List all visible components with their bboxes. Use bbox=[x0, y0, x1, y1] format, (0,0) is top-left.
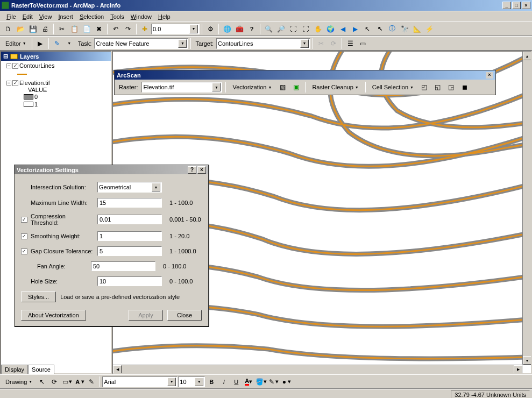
menu-file[interactable]: FFileile bbox=[3, 12, 19, 21]
gap-checkbox[interactable]: ✓ bbox=[21, 248, 27, 254]
maxwidth-input[interactable] bbox=[97, 198, 162, 208]
cell-selection-menu[interactable]: Cell Selection bbox=[369, 83, 417, 91]
menu-window[interactable]: Window bbox=[127, 12, 155, 21]
font-combo[interactable]: Arial ▼ bbox=[102, 376, 178, 387]
menu-insert[interactable]: Insert bbox=[55, 12, 76, 21]
close-icon[interactable]: × bbox=[197, 166, 206, 174]
edit-tool-icon[interactable]: ▶ bbox=[34, 38, 46, 49]
vertical-scrollbar[interactable]: ▲ ▼ bbox=[522, 52, 531, 365]
minimize-button[interactable]: _ bbox=[502, 2, 511, 9]
paste-icon[interactable]: 📄 bbox=[81, 23, 93, 35]
menu-view[interactable]: View bbox=[36, 12, 55, 21]
select-cells-icon[interactable]: ◰ bbox=[418, 81, 430, 93]
redo-icon[interactable]: ↷ bbox=[122, 23, 134, 35]
hyperlink-icon[interactable]: ⚡ bbox=[423, 23, 435, 35]
chevron-down-icon[interactable]: ▼ bbox=[195, 378, 203, 386]
rotate-tool-icon[interactable]: ⟳ bbox=[328, 38, 339, 49]
collapse-icon[interactable]: ⊟ bbox=[3, 53, 8, 60]
layer-elevation[interactable]: Elevation.tif bbox=[19, 80, 50, 86]
editor-tool-icon[interactable]: ⚙ bbox=[204, 23, 216, 35]
sketch-props-icon[interactable]: ▭ bbox=[357, 38, 368, 49]
font-color-icon[interactable]: A▾ bbox=[243, 376, 254, 388]
expand-icon[interactable]: − bbox=[6, 81, 11, 86]
layer-checkbox[interactable]: ✓ bbox=[12, 63, 18, 69]
chevron-down-icon[interactable]: ▼ bbox=[152, 183, 160, 191]
back-icon[interactable]: ◀ bbox=[337, 23, 349, 35]
shape-dropdown-icon[interactable]: ▭▾ bbox=[61, 376, 73, 388]
arctoolbox-icon[interactable]: 🧰 bbox=[233, 23, 245, 35]
italic-icon[interactable]: I bbox=[218, 376, 230, 388]
attributes-icon[interactable]: ☰ bbox=[344, 38, 356, 49]
compress-checkbox[interactable]: ✓ bbox=[21, 217, 27, 223]
full-extent-icon[interactable]: 🌍 bbox=[324, 23, 336, 35]
new-icon[interactable]: 🗋 bbox=[2, 23, 14, 35]
generate-features-icon[interactable]: ▧ bbox=[276, 81, 288, 93]
close-button[interactable]: × bbox=[522, 2, 530, 9]
line-color-icon[interactable]: ✎▾ bbox=[267, 376, 279, 388]
text-tool-icon[interactable]: A▾ bbox=[73, 376, 85, 388]
fan-input[interactable] bbox=[91, 261, 155, 271]
layer-contourlines[interactable]: ContourLines bbox=[19, 62, 54, 69]
maximize-button[interactable]: □ bbox=[512, 2, 521, 9]
tab-source[interactable]: Source bbox=[28, 365, 54, 374]
tab-display[interactable]: Display bbox=[1, 365, 28, 374]
select-icon[interactable]: ↖ bbox=[36, 376, 48, 388]
rotate-icon[interactable]: ⟳ bbox=[48, 376, 60, 388]
edit-vertices-icon[interactable]: ✎ bbox=[86, 376, 97, 388]
raster-combo[interactable]: Elevation.tif ▼ bbox=[141, 82, 222, 93]
forward-icon[interactable]: ▶ bbox=[349, 23, 361, 35]
select-features-icon[interactable]: ↖ bbox=[374, 23, 386, 35]
undo-icon[interactable]: ↶ bbox=[110, 23, 122, 35]
pan-icon[interactable]: ✋ bbox=[312, 23, 324, 35]
scroll-right-icon[interactable]: ▶ bbox=[514, 365, 522, 374]
select-connected-icon[interactable]: ◱ bbox=[432, 81, 444, 93]
zoom-in-icon[interactable]: 🔍 bbox=[263, 23, 274, 35]
open-icon[interactable]: 📂 bbox=[15, 23, 26, 35]
drawing-menu[interactable]: Drawing bbox=[2, 378, 36, 386]
menu-edit[interactable]: Edit bbox=[19, 12, 36, 21]
trace-icon[interactable]: ▣ bbox=[290, 81, 302, 93]
measure-icon[interactable]: 📐 bbox=[411, 23, 423, 35]
bold-icon[interactable]: B bbox=[205, 376, 217, 388]
arccatalog-icon[interactable]: 🌐 bbox=[221, 23, 233, 35]
sketch-dropdown-icon[interactable]: ▼ bbox=[63, 38, 75, 49]
hole-input[interactable] bbox=[97, 276, 162, 286]
chevron-down-icon[interactable]: ▼ bbox=[300, 39, 309, 48]
chevron-down-icon[interactable]: ▼ bbox=[178, 39, 187, 48]
gap-input[interactable] bbox=[97, 246, 162, 256]
close-button[interactable]: Close bbox=[167, 310, 202, 321]
fill-color-icon[interactable]: 🪣▾ bbox=[255, 376, 267, 388]
target-combo[interactable]: ContourLines ▼ bbox=[216, 38, 310, 49]
apply-button[interactable]: Apply bbox=[129, 310, 163, 321]
vectorization-menu[interactable]: Vectorization bbox=[229, 83, 275, 91]
cut-icon[interactable]: ✂ bbox=[56, 23, 68, 35]
scale-combo[interactable]: 0.0 ▼ bbox=[151, 24, 200, 34]
add-data-icon[interactable]: ✚ bbox=[139, 23, 151, 35]
split-tool-icon[interactable]: ✂ bbox=[315, 38, 327, 49]
fontsize-combo[interactable]: 10 ▼ bbox=[178, 376, 205, 387]
delete-icon[interactable]: ✖ bbox=[93, 23, 105, 35]
sketch-tool-icon[interactable]: ✎ bbox=[51, 38, 63, 49]
help-button[interactable]: ? bbox=[188, 166, 196, 174]
expand-icon[interactable]: − bbox=[6, 63, 11, 68]
marker-color-icon[interactable]: ●▾ bbox=[280, 376, 292, 388]
close-icon[interactable]: × bbox=[486, 72, 493, 79]
chevron-down-icon[interactable]: ▼ bbox=[167, 378, 176, 386]
styles-button[interactable]: Styles... bbox=[21, 292, 56, 302]
fixed-zoom-in-icon[interactable]: ⛶ bbox=[287, 23, 299, 35]
help-icon[interactable]: ? bbox=[246, 23, 258, 35]
raster-painting-icon[interactable]: ◼ bbox=[459, 81, 471, 93]
task-combo[interactable]: Create New Feature ▼ bbox=[94, 38, 188, 49]
chevron-down-icon[interactable]: ▼ bbox=[212, 83, 221, 91]
find-icon[interactable]: 🔭 bbox=[399, 23, 410, 35]
fixed-zoom-out-icon[interactable]: ⛶ bbox=[300, 23, 311, 35]
menu-tools[interactable]: Tools bbox=[107, 12, 127, 21]
zoom-out-icon[interactable]: 🔎 bbox=[275, 23, 287, 35]
horizontal-scrollbar[interactable]: ◀ ▶ bbox=[113, 365, 522, 373]
print-icon[interactable]: 🖨 bbox=[39, 23, 51, 35]
intersection-combo[interactable]: Geometrical ▼ bbox=[97, 182, 162, 193]
smooth-checkbox[interactable]: ✓ bbox=[21, 233, 27, 239]
underline-icon[interactable]: U bbox=[230, 376, 242, 388]
smooth-input[interactable] bbox=[97, 231, 162, 241]
scroll-up-icon[interactable]: ▲ bbox=[523, 52, 531, 60]
